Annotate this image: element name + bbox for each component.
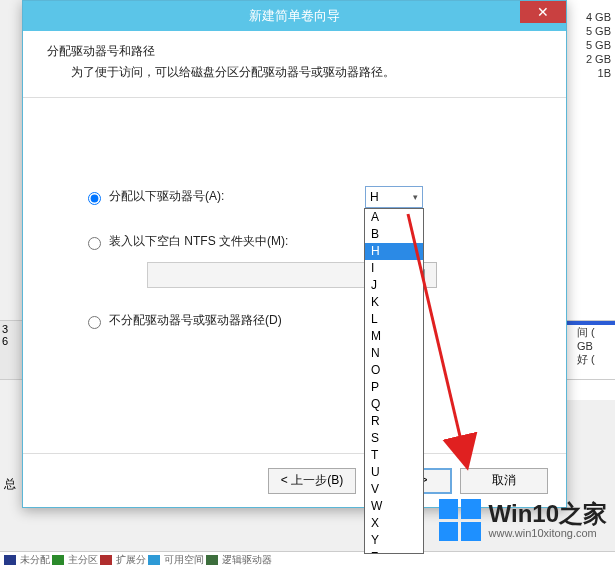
window-title: 新建简单卷向导 [249,7,340,25]
titlebar: 新建简单卷向导 ✕ [23,1,566,31]
wizard-header: 分配驱动器号和路径 为了便于访问，可以给磁盘分区分配驱动器号或驱动器路径。 [23,31,566,98]
drive-letter-option[interactable]: O [365,362,423,379]
header-title: 分配驱动器号和路径 [47,43,542,60]
close-button[interactable]: ✕ [520,1,566,23]
radio-mount-folder[interactable] [88,237,101,250]
drive-letter-option[interactable]: H [365,243,423,260]
radio-assign-letter[interactable] [88,192,101,205]
drive-letter-option[interactable]: R [365,413,423,430]
drive-letter-option[interactable]: V [365,481,423,498]
drive-letter-option[interactable]: U [365,464,423,481]
windows-logo-icon [439,499,481,541]
drive-letter-option[interactable]: B [365,226,423,243]
drive-letter-option[interactable]: T [365,447,423,464]
drive-letter-option[interactable]: X [365,515,423,532]
mount-path-input [147,262,397,288]
chevron-down-icon: ▾ [413,192,418,202]
header-subtitle: 为了便于访问，可以给磁盘分区分配驱动器号或驱动器路径。 [47,64,542,81]
bg-total-label: 总 [4,476,16,493]
bg-legend: 未分配 主分区 扩展分 可用空间 逻辑驱动器 [0,551,615,567]
drive-letter-dropdown[interactable]: ABHIJKLMNOPQRSTUVWXYZ [364,208,424,554]
drive-letter-option[interactable]: P [365,379,423,396]
radio-no-assign[interactable] [88,316,101,329]
drive-letter-option[interactable]: N [365,345,423,362]
drive-letter-option[interactable]: I [365,260,423,277]
drive-letter-option[interactable]: M [365,328,423,345]
option-mount-folder[interactable]: 装入以下空白 NTFS 文件夹中(M): [83,233,526,250]
drive-letter-option[interactable]: J [365,277,423,294]
drive-letter-option[interactable]: W [365,498,423,515]
drive-letter-option[interactable]: A [365,209,423,226]
drive-letter-option[interactable]: L [365,311,423,328]
option-assign-letter[interactable]: 分配以下驱动器号(A): [83,188,526,205]
watermark: Win10之家 www.win10xitong.com [439,499,607,541]
close-icon: ✕ [537,4,549,20]
option-no-assign[interactable]: 不分配驱动器号或驱动器路径(D) [83,312,526,329]
drive-letter-option[interactable]: S [365,430,423,447]
drive-letter-option[interactable]: K [365,294,423,311]
back-button[interactable]: < 上一步(B) [268,468,356,494]
drive-letter-select[interactable]: H ▾ ABHIJKLMNOPQRSTUVWXYZ [365,186,423,208]
drive-letter-option[interactable]: Q [365,396,423,413]
drive-letter-option[interactable]: Y [365,532,423,549]
drive-letter-selected[interactable]: H ▾ [365,186,423,208]
cancel-button[interactable]: 取消 [460,468,548,494]
mount-path-row: 浏 [147,262,526,288]
wizard-dialog: 新建简单卷向导 ✕ 分配驱动器号和路径 为了便于访问，可以给磁盘分区分配驱动器号… [22,0,567,508]
wizard-body: 分配以下驱动器号(A): 装入以下空白 NTFS 文件夹中(M): 浏 不分配驱… [23,98,566,488]
drive-letter-option[interactable]: Z [365,549,423,554]
